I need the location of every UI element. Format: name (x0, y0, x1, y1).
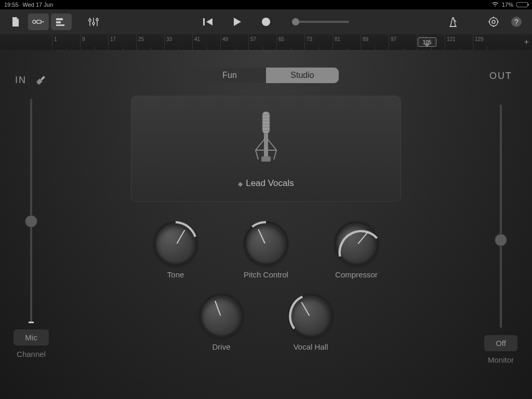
svg-point-17 (492, 20, 495, 23)
knob-drive-dial[interactable] (200, 295, 243, 337)
browser-button[interactable] (28, 14, 49, 30)
knob-pitch-dial[interactable] (245, 222, 287, 265)
preset-name: ◆Lead Vocals (238, 178, 294, 189)
knob-compressor-dial[interactable] (335, 222, 378, 265)
output-level-thumb[interactable] (495, 234, 507, 246)
svg-point-0 (33, 20, 36, 23)
ruler-tick: 89 (361, 34, 389, 50)
battery-pct: 17% (502, 2, 513, 8)
center-column: Fun Studio ◆Lead Vocals (62, 50, 470, 399)
knob-vocalhall-label: Vocal Hall (294, 342, 328, 351)
playhead[interactable]: 105 (416, 34, 438, 50)
svg-point-7 (89, 19, 91, 21)
meter-mark (29, 322, 34, 323)
play-button[interactable] (227, 14, 247, 30)
monitor-label: Monitor (488, 355, 514, 364)
input-gain-slider[interactable] (30, 99, 32, 322)
svg-rect-3 (56, 18, 63, 20)
record-button[interactable] (256, 14, 276, 30)
ruler-tick: 73 (304, 34, 332, 50)
ruler-tick: 1 (52, 34, 80, 50)
svg-rect-5 (56, 24, 64, 26)
playhead-value: 105 (418, 37, 436, 47)
knob-compressor-label: Compressor (335, 270, 378, 279)
svg-point-11 (96, 19, 98, 21)
knob-pitch: Pitch Control (244, 222, 288, 279)
wifi-icon (491, 2, 499, 8)
svg-point-16 (489, 18, 498, 26)
svg-point-9 (92, 22, 95, 24)
tracks-view-button[interactable] (51, 14, 72, 30)
add-section-button[interactable]: + (524, 37, 529, 47)
preset-selector[interactable]: ◆Lead Vocals (131, 96, 401, 202)
ruler-tick: 97 (389, 34, 417, 50)
ruler-tick: 129 (473, 34, 501, 50)
status-bar: 19:55 Wed 17 Jun 17% (0, 0, 532, 9)
mode-segmented: Fun Studio (193, 68, 339, 83)
instrument-panel: IN Mic Channel Fun Studio (0, 50, 532, 399)
knob-vocalhall-dial[interactable] (289, 295, 332, 337)
knob-drive: Drive (200, 295, 243, 351)
svg-rect-34 (264, 134, 268, 156)
svg-point-37 (245, 222, 288, 265)
scrub-thumb[interactable] (292, 18, 299, 25)
tab-studio[interactable]: Studio (266, 68, 339, 83)
svg-point-39 (200, 295, 243, 338)
svg-rect-35 (261, 156, 271, 162)
battery-icon (516, 2, 528, 7)
timeline-ruler[interactable]: 1 9 17 25 33 41 49 57 65 73 81 89 97 113… (0, 34, 532, 50)
status-date: Wed 17 Jun (23, 2, 54, 8)
toolbar: ? (0, 9, 532, 34)
status-time: 19:55 (4, 2, 19, 8)
svg-rect-12 (203, 18, 205, 25)
ruler-tick: 49 (220, 34, 248, 50)
ruler-tick: 81 (332, 34, 361, 50)
svg-text:?: ? (514, 18, 518, 26)
microphone-icon (248, 109, 284, 173)
input-channel-label: Channel (17, 350, 46, 358)
svg-rect-1 (37, 20, 41, 23)
settings-button[interactable] (483, 14, 504, 30)
fx-button[interactable] (83, 14, 104, 30)
knob-grid: Tone Pitch Control Compressor (154, 222, 378, 351)
metronome-button[interactable] (443, 14, 463, 30)
help-button[interactable]: ? (506, 14, 527, 30)
ruler-tick: 9 (80, 34, 108, 50)
tab-fun[interactable]: Fun (193, 68, 266, 83)
svg-point-13 (262, 18, 270, 26)
ruler-tick: 25 (136, 34, 164, 50)
ruler-tick: 33 (164, 34, 192, 50)
knob-pitch-label: Pitch Control (244, 270, 288, 279)
transport (197, 14, 349, 30)
scrub-slider[interactable] (292, 21, 349, 23)
knob-vocalhall: Vocal Hall (289, 295, 332, 351)
ruler-tick: 41 (192, 34, 220, 50)
input-channel-button[interactable]: Mic (14, 329, 48, 345)
ruler-tick: 17 (108, 34, 136, 50)
knob-tone-dial[interactable] (154, 222, 197, 265)
input-gain-thumb[interactable] (25, 215, 37, 228)
ruler-tick: 65 (276, 34, 304, 50)
svg-rect-4 (56, 21, 61, 23)
rewind-button[interactable] (197, 14, 218, 30)
knob-compressor: Compressor (335, 222, 378, 279)
in-label: IN (15, 75, 26, 86)
output-column: OUT Off Monitor (470, 50, 532, 399)
monitor-button[interactable]: Off (484, 335, 517, 351)
ruler-tick: 121 (445, 34, 473, 50)
output-level-slider[interactable] (500, 104, 502, 328)
knob-tone: Tone (154, 222, 197, 279)
knob-tone-label: Tone (167, 270, 184, 279)
input-column: IN Mic Channel (0, 50, 62, 399)
ruler-tick: 57 (248, 34, 276, 50)
my-songs-button[interactable] (5, 14, 26, 30)
knob-drive-label: Drive (212, 342, 230, 351)
out-label: OUT (489, 71, 512, 82)
input-jack-icon[interactable] (34, 74, 47, 89)
